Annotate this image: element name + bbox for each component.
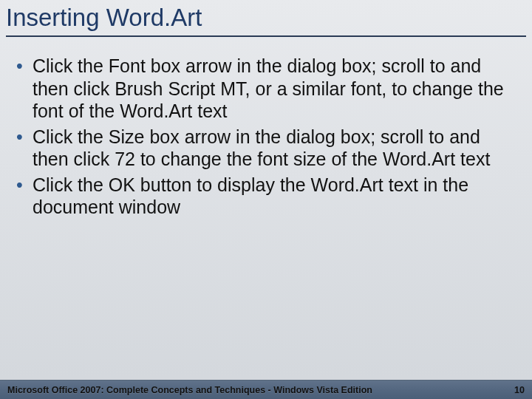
title-rule [6,35,526,37]
bullet-list: Click the Font box arrow in the dialog b… [12,55,513,219]
slide-body: Click the Font box arrow in the dialog b… [0,38,532,219]
slide: Inserting Word.Art Click the Font box ar… [0,0,532,399]
footer-text: Microsoft Office 2007: Complete Concepts… [7,385,372,395]
footer-bar: Microsoft Office 2007: Complete Concepts… [0,380,532,399]
page-number: 10 [514,385,525,395]
title-block: Inserting Word.Art [0,0,532,38]
bullet-item: Click the OK button to display the Word.… [12,174,513,219]
bullet-item: Click the Font box arrow in the dialog b… [12,55,513,123]
bullet-item: Click the Size box arrow in the dialog b… [12,126,513,171]
slide-title: Inserting Word.Art [6,4,526,31]
